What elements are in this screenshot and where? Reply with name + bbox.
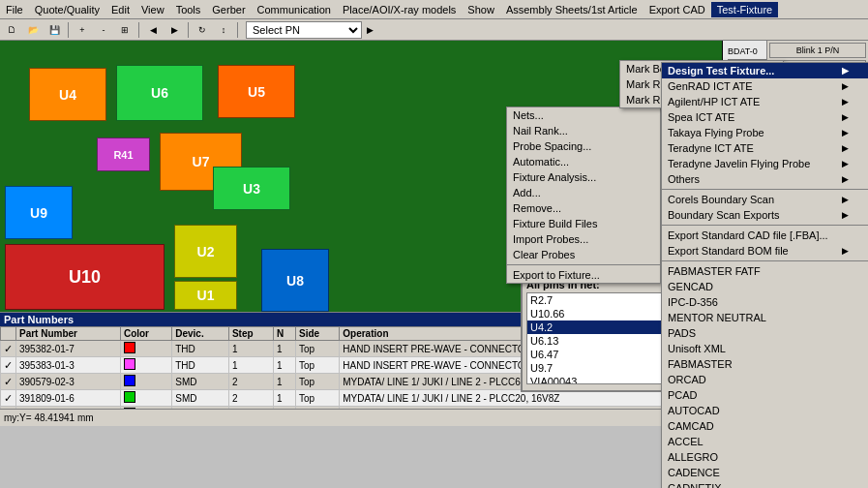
col-device[interactable]: Devic. [172,327,229,341]
select-pn-go-btn[interactable]: ▶ [362,21,377,39]
menu-autocad[interactable]: AUTOCAD [662,403,868,418]
comp-U4[interactable]: U4 [29,68,106,121]
comp-R41[interactable]: R41 [97,137,150,171]
col-color[interactable]: Color [120,327,171,341]
main-content: U4 U6 U5 R41 U7 U9 U3 U10 U2 U1 U8 BDAT-… [0,41,868,312]
menu-mentor[interactable]: MENTOR NEUTRAL [662,310,868,325]
menu-fixture-analysis[interactable]: Fixture Analysis... [507,169,660,185]
col-step[interactable]: Step [228,327,273,341]
comp-U8[interactable]: U8 [261,249,329,312]
menu-nets[interactable]: Nets... [507,107,660,123]
col-side[interactable]: Side [296,327,340,341]
rotate-btn[interactable]: ↻ [193,21,212,39]
design-fixture-menu: Design Test Fixture... ▶ GenRAD ICT ATE▶… [661,62,868,488]
row-pn: 318-06-6 [16,407,121,410]
col-pn[interactable]: Part Number [16,327,121,341]
blink1pn-btn[interactable]: Blink 1 P/N [769,43,866,58]
menu-export-cad[interactable]: Export CAD [644,2,711,17]
comp-U9[interactable]: U9 [5,186,73,239]
toolbar-row1: 🗋 📂 💾 + - ⊞ ◀ ▶ ↻ ↕ Select PN ▶ [0,19,868,41]
next-btn[interactable]: ▶ [165,21,184,39]
menu-takaya[interactable]: Takaya Flying Probe▶ [662,125,868,140]
comp-U5[interactable]: U5 [218,65,295,118]
menu-orcad[interactable]: ORCAD [662,372,868,387]
menu-view[interactable]: View [135,2,170,17]
menu-import-probes[interactable]: Import Probes... [507,231,660,247]
flip-btn[interactable]: ↕ [214,21,233,39]
row-side: Top [296,374,340,390]
row-side: Top [296,390,340,407]
menu-fabmaster-fatf[interactable]: FABMASTER FATF [662,263,868,279]
menu-accel[interactable]: ACCEL [662,434,868,449]
menu-export-fixture[interactable]: Export to Fixture... [507,267,660,283]
menu-cadnetix[interactable]: CADNETIX [662,480,868,488]
menu-tools[interactable]: Tools [170,2,207,17]
pin-item[interactable]: U4.2 [527,320,664,334]
menu-teradyne-javelin[interactable]: Teradyne Javelin Flying Probe▶ [662,156,868,171]
row-side: Top [296,341,340,357]
menu-test-fixture[interactable]: Test-Fixture [711,2,778,17]
menu-clear-probes[interactable]: Clear Probes [507,247,660,262]
menu-others[interactable]: Others▶ [662,171,868,187]
pin-list[interactable]: R2.7 U10.66 U4.2 U6.13 U6.47 U9.7 VIA000… [526,292,665,384]
menu-export-std-bom[interactable]: Export Standard BOM file▶ [662,243,868,259]
open-btn[interactable]: 📂 [23,21,43,39]
zoom-out-btn[interactable]: - [94,21,113,39]
menu-spea[interactable]: Spea ICT ATE▶ [662,109,868,125]
menu-allegro[interactable]: ALLEGRO [662,449,868,465]
row-device: SMD [172,374,229,390]
menu-cadence[interactable]: CADENCE [662,465,868,480]
sep3 [188,22,189,38]
menu-automatic[interactable]: Automatic... [507,154,660,169]
menu-quote[interactable]: Quote/Quality [29,2,105,17]
select-pn-dropdown[interactable]: Select PN [246,21,362,39]
menu-design-fixture-title[interactable]: Design Test Fixture... ▶ [662,63,868,78]
pin-item[interactable]: U9.7 [527,361,664,375]
menu-pcad[interactable]: PCAD [662,387,868,403]
menu-remove[interactable]: Remove... [507,200,660,216]
menu-edit[interactable]: Edit [105,2,135,17]
col-n[interactable]: N [274,327,296,341]
comp-U3[interactable]: U3 [213,167,290,210]
row-check: ✓ [1,390,16,407]
sep2 [138,22,139,38]
menu-show[interactable]: Show [462,2,500,17]
menu-add[interactable]: Add... [507,185,660,200]
menu-place[interactable]: Place/AOI/X-ray models [337,2,462,17]
comp-U10[interactable]: U10 [5,244,165,310]
menu-communication[interactable]: Communication [252,2,337,17]
menu-assembly[interactable]: Assembly Sheets/1st Article [500,2,644,17]
select-pn-container: Select PN ▶ [246,21,377,39]
comp-U1[interactable]: U1 [174,281,237,310]
menu-genrad[interactable]: GenRAD ICT ATE▶ [662,78,868,94]
zoom-in-btn[interactable]: + [73,21,92,39]
menu-unisoft[interactable]: Unisoft XML [662,341,868,356]
pin-item[interactable]: U10.66 [527,307,664,320]
menu-teradyne-ict[interactable]: Teradyne ICT ATE▶ [662,140,868,156]
menu-camcad[interactable]: CAMCAD [662,418,868,434]
menu-pads[interactable]: PADS [662,325,868,341]
pin-item[interactable]: VIA00043 [527,375,664,384]
menu-export-std-cad[interactable]: Export Standard CAD file [.FBA]... [662,228,868,243]
save-btn[interactable]: 💾 [45,21,64,39]
menu-nail-rank[interactable]: Nail Rank... [507,123,660,138]
comp-U6[interactable]: U6 [116,65,203,121]
pin-item[interactable]: R2.7 [527,293,664,307]
menu-fabmaster2[interactable]: FABMASTER [662,356,868,372]
comp-U2[interactable]: U2 [174,225,237,278]
menu-fixture-build[interactable]: Fixture Build Files [507,216,660,231]
row-side: Top [296,407,340,410]
menu-gencad[interactable]: GENCAD [662,279,868,294]
menu-file[interactable]: File [0,2,29,17]
menu-gerber[interactable]: Gerber [206,2,251,17]
prev-btn[interactable]: ◀ [143,21,163,39]
menu-boundary-exports[interactable]: Boundary Scan Exports▶ [662,207,868,223]
menu-ipc-d356[interactable]: IPC-D-356 [662,294,868,310]
pin-item[interactable]: U6.13 [527,334,664,348]
zoom-fit-btn[interactable]: ⊞ [115,21,135,39]
pin-item[interactable]: U6.47 [527,348,664,361]
new-btn[interactable]: 🗋 [2,21,21,39]
menu-agilent[interactable]: Agilent/HP ICT ATE▶ [662,94,868,109]
menu-probe-spacing[interactable]: Probe Spacing... [507,138,660,154]
menu-corels[interactable]: Corels Boundary Scan▶ [662,192,868,207]
